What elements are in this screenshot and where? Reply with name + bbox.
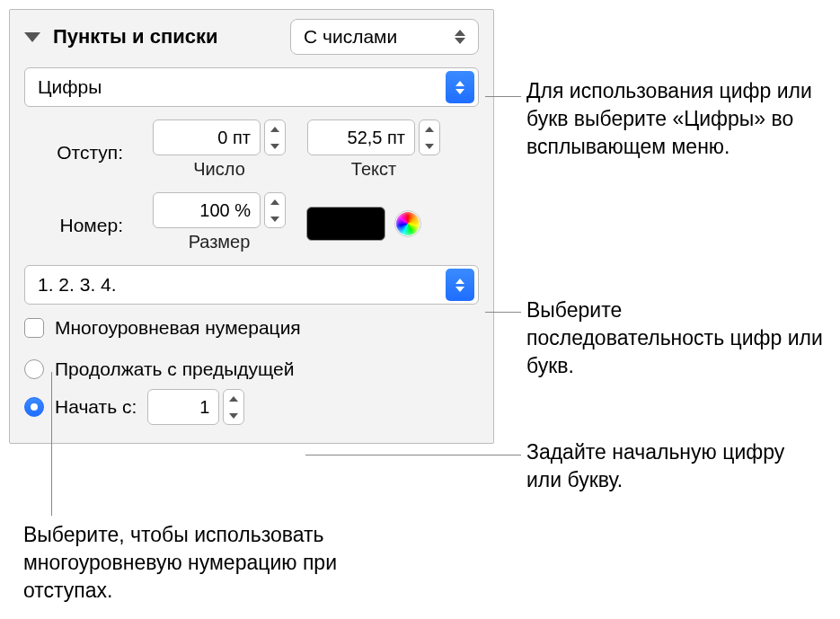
dropdown-icon	[446, 269, 474, 301]
number-format-value: Цифры	[38, 76, 102, 98]
start-from-label: Начать с:	[55, 396, 137, 418]
tiered-label: Многоуровневая нумерация	[55, 317, 301, 339]
start-from-input[interactable]	[147, 389, 219, 425]
callout-tiered: Выберите, чтобы использовать многоуровне…	[23, 521, 383, 605]
updown-icon	[455, 30, 465, 44]
color-swatch[interactable]	[306, 207, 385, 241]
indent-number-input[interactable]	[153, 119, 261, 155]
continue-label: Продолжать с предыдущей	[55, 358, 295, 380]
leader-line	[51, 372, 52, 516]
number-size-input[interactable]	[153, 192, 261, 228]
color-wheel-icon[interactable]	[394, 210, 421, 237]
indent-label: Отступ:	[24, 137, 132, 164]
indent-text-stepper[interactable]	[419, 119, 440, 155]
number-size-caption: Размер	[152, 232, 287, 252]
leader-line	[485, 312, 521, 313]
sequence-select[interactable]: 1. 2. 3. 4.	[24, 265, 479, 305]
list-type-select[interactable]: С числами	[290, 19, 479, 55]
list-type-value: С числами	[304, 26, 397, 48]
start-from-radio[interactable]	[24, 397, 44, 417]
callout-format: Для использования цифр или букв выберите…	[526, 77, 823, 161]
number-label: Номер:	[24, 209, 132, 236]
number-size-stepper[interactable]	[264, 192, 286, 228]
continue-radio[interactable]	[24, 359, 44, 379]
section-title: Пункты и списки	[53, 25, 281, 49]
indent-number-stepper[interactable]	[264, 119, 286, 155]
number-format-select[interactable]: Цифры	[24, 67, 479, 107]
tiered-checkbox[interactable]	[24, 318, 44, 338]
callout-start: Задайте начальную цифру или букву.	[526, 438, 823, 494]
indent-number-caption: Число	[152, 159, 287, 180]
indent-text-input[interactable]	[307, 119, 415, 155]
collapse-icon[interactable]	[24, 32, 40, 42]
callout-sequence: Выберите последовательность цифр или бук…	[526, 296, 823, 380]
sequence-value: 1. 2. 3. 4.	[38, 274, 117, 296]
indent-text-caption: Текст	[306, 159, 441, 180]
bullets-lists-panel: Пункты и списки С числами Цифры Отступ: …	[9, 9, 494, 444]
start-from-stepper[interactable]	[223, 389, 244, 425]
leader-line	[305, 455, 521, 455]
dropdown-icon	[446, 71, 474, 103]
leader-line	[485, 96, 521, 97]
